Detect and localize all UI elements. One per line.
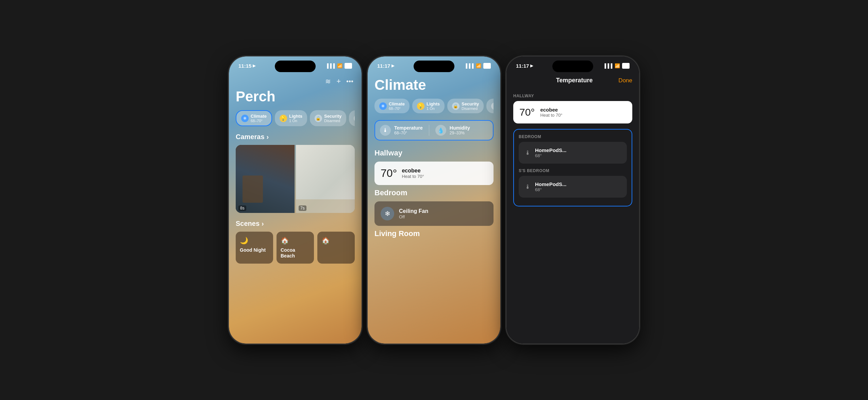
tab-climate-2[interactable]: ❄ Climate 68–70° <box>374 99 410 113</box>
tab-lights-name-1: Lights <box>289 114 302 119</box>
bedroom-thermo-icon: 🌡 <box>525 149 531 156</box>
signal-icon-1: ▐▐▐ <box>326 63 335 68</box>
s-bedroom-thermo-icon: 🌡 <box>525 183 531 190</box>
add-icon[interactable]: + <box>336 77 341 86</box>
tab-lights-1[interactable]: 💡 Lights 1 On <box>275 110 307 126</box>
toolbar-1: ≋ + ••• <box>236 77 355 86</box>
dynamic-island-2 <box>414 61 454 72</box>
phone-1: 11:15 ▶ ▐▐▐ 📶 77 ≋ + ••• Perch ❄ <box>229 56 362 344</box>
wifi-icon-2: 📶 <box>476 63 481 68</box>
ecobee-card[interactable]: 70° ecobee Heat to 70° <box>374 162 494 185</box>
phone-2-screen: 11:17 ▶ ▐▐▐ 📶 77 Climate ❄ Climate 68–70… <box>368 56 500 344</box>
scene-3[interactable]: 🏠 <box>317 232 355 264</box>
phone-3-screen: 11:17 ▶ ▐▐▐ 📶 77 Temperature Done HALLWA… <box>506 56 639 344</box>
s-bedroom-device-card[interactable]: 🌡 HomePodS... 68° <box>519 176 627 198</box>
done-button[interactable]: Done <box>618 77 632 84</box>
camera-feed-2 <box>296 145 355 213</box>
lights-icon-1: 💡 <box>280 115 287 122</box>
status-icons-3: ▐▐▐ 📶 77 <box>603 63 630 69</box>
climate-page-title: Climate <box>374 77 494 93</box>
tab-more-1[interactable]: ⊞ 8 <box>349 110 355 126</box>
climate-icon-1: ❄ <box>241 115 249 122</box>
temperature-label: Temperature <box>394 125 423 131</box>
camera-2-timer: 7s <box>299 205 306 211</box>
hallway-device-sub: Heat to 70° <box>540 113 562 118</box>
cameras-grid-1: 8s 7s 7s <box>236 145 355 213</box>
humidity-label: Humidity <box>450 125 470 131</box>
phone-1-content: ≋ + ••• Perch ❄ Climate 68–70° 💡 Light <box>229 77 362 344</box>
cameras-label-1: Cameras <box>236 133 265 141</box>
scene-good-night[interactable]: 🌙 Good Night <box>236 232 273 264</box>
more-tab-icon-1: ⊞ <box>354 115 355 122</box>
camera-2[interactable]: 7s <box>296 145 355 213</box>
bedroom-device-sub: 68° <box>535 153 567 158</box>
bedroom-title: Bedroom <box>374 188 494 197</box>
bedroom-device-name: HomePodS... <box>535 147 567 153</box>
ecobee-name: ecobee <box>402 168 424 174</box>
status-time-2: 11:17 ▶ <box>377 63 394 69</box>
s-bedroom-device-name: HomePodS... <box>535 181 567 187</box>
battery-3: 77 <box>622 63 630 69</box>
battery-1: 77 <box>345 63 352 69</box>
bedroom-selected-section: BEDROOM 🌡 HomePodS... 68° S'S BEDROOM 🌡 … <box>513 129 632 206</box>
scene-good-night-label: Good Night <box>240 247 269 253</box>
security-icon-1: 🔒 <box>315 115 322 122</box>
temperature-nav: Temperature Done <box>513 77 632 84</box>
scenes-header-1: Scenes › <box>236 220 355 228</box>
temperature-icon: 🌡 <box>380 125 391 136</box>
hallway-title: Hallway <box>374 149 494 157</box>
location-icon-3: ▶ <box>530 64 533 68</box>
phone-1-screen: 11:15 ▶ ▐▐▐ 📶 77 ≋ + ••• Perch ❄ <box>229 56 362 344</box>
scene-cocoa-beach-label: Cocoa Beach <box>281 247 310 259</box>
living-room-title: Living Room <box>374 229 494 238</box>
climate-icon-2: ❄ <box>379 102 387 110</box>
ceiling-fan-name: Ceiling Fan <box>399 208 428 214</box>
scene-3-icon: 🏠 <box>321 236 351 245</box>
scenes-arrow-1: › <box>262 220 264 228</box>
tab-security-name-1: Security <box>324 114 341 119</box>
humidity-item: 💧 Humidity 29–33% <box>435 125 470 136</box>
camera-1-timer: 8s <box>238 205 246 211</box>
cameras-arrow-1: › <box>267 133 269 141</box>
camera-1[interactable]: 8s <box>236 145 295 213</box>
tab-climate-1[interactable]: ❄ Climate 68–70° <box>236 110 272 126</box>
tab-more-2[interactable]: ⊞ 8 <box>486 99 494 113</box>
tab-lights-sub-1: 1 On <box>289 119 302 123</box>
s-bedroom-device-sub: 68° <box>535 187 567 192</box>
phone-3-content: Temperature Done HALLWAY 70° ecobee Heat… <box>506 77 639 344</box>
temperature-value: 68–70° <box>394 131 423 135</box>
category-tabs-1: ❄ Climate 68–70° 💡 Lights 1 On 🔒 <box>236 110 355 126</box>
hallway-section-label: HALLWAY <box>513 94 632 98</box>
temp-humidity-row[interactable]: 🌡 Temperature 68–70° 💧 Humidity 29–33% <box>374 120 494 140</box>
tab-climate-sub-1: 68–70° <box>251 119 267 123</box>
bedroom-device-card[interactable]: 🌡 HomePodS... 68° <box>519 142 627 164</box>
tab-security-sub-1: Disarmed <box>324 119 341 123</box>
phone-2-content: Climate ❄ Climate 68–70° 💡 Lights 1 On <box>368 77 500 344</box>
cameras-header-1: Cameras › <box>236 133 355 141</box>
tab-lights-2[interactable]: 💡 Lights 1 On <box>412 99 445 113</box>
waveform-icon[interactable]: ≋ <box>325 77 331 85</box>
ceiling-fan-card[interactable]: ❄ Ceiling Fan Off <box>374 201 494 226</box>
phone-2: 11:17 ▶ ▐▐▐ 📶 77 Climate ❄ Climate 68–70… <box>368 56 500 344</box>
tab-security-2[interactable]: 🔒 Security Disarmed <box>447 99 484 113</box>
phone-3: 11:17 ▶ ▐▐▐ 📶 77 Temperature Done HALLWA… <box>506 56 639 344</box>
wifi-icon-3: 📶 <box>615 63 620 68</box>
hallway-temp: 70° <box>519 106 535 118</box>
status-icons-2: ▐▐▐ 📶 77 <box>464 63 491 69</box>
dynamic-island-1 <box>275 61 316 72</box>
hallway-device-card[interactable]: 70° ecobee Heat to 70° <box>513 101 632 123</box>
scenes-label-1: Scenes <box>236 220 260 228</box>
tab-security-1[interactable]: 🔒 Security Disarmed <box>310 110 346 126</box>
battery-2: 77 <box>483 63 491 69</box>
more-icon[interactable]: ••• <box>346 78 353 85</box>
dynamic-island-3 <box>552 61 593 72</box>
camera-feed-1 <box>236 145 295 213</box>
humidity-icon: 💧 <box>435 125 446 136</box>
scene-cocoa-beach[interactable]: 🏠 Cocoa Beach <box>277 232 314 264</box>
wifi-icon-1: 📶 <box>337 63 343 68</box>
status-time-1: 11:15 ▶ <box>238 63 255 69</box>
hallway-device-name: ecobee <box>540 107 562 113</box>
signal-icon-2: ▐▐▐ <box>464 63 474 68</box>
location-icon-2: ▶ <box>391 64 394 68</box>
hallway-section-3: HALLWAY 70° ecobee Heat to 70° <box>513 94 632 123</box>
